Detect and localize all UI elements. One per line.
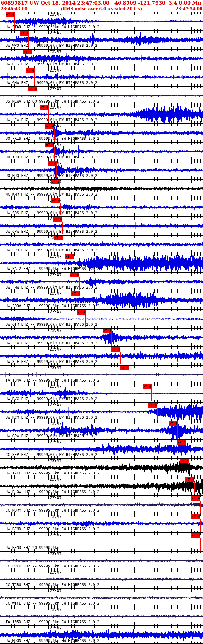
event-header: 60895817 UW Oct 18, 2014 23:47:03.00 46.… xyxy=(0,0,203,12)
station-label: UO FRIS EHZ -- 99999.0km BW HIGHPASS 2.0… xyxy=(6,137,99,141)
pick-flag[interactable]: ×T 4 xyxy=(77,310,86,315)
station-label: CC SEP EHZ -- 99999.0km BW HIGHPASS 2.0 … xyxy=(6,453,97,457)
time-tick-label: 23:47 xyxy=(50,254,62,258)
station-label: TA I04A BHZ -- 99999.0km BW HIGHPASS 2.0… xyxy=(6,378,99,382)
time-tick-label: 23:47 xyxy=(50,273,62,277)
station-label: UO IRO EHZ -- 99999.0km BW HIGHPASS 2.0 … xyxy=(6,155,97,159)
pick-flag[interactable]: ×T 4 xyxy=(103,329,112,333)
trace-row-bend: 23:47UW BEND EHZ -- 99999.0km BW HIGHPAS… xyxy=(0,514,203,532)
time-window-bar: 23:46:43.00 (RMS noise over 6.0 s scaled… xyxy=(0,6,203,11)
pick-flag[interactable]: ×T 4 xyxy=(26,68,35,73)
pick-time-line xyxy=(151,389,152,401)
trace-row-cpw: 23:47UW CPW EHZ -- 99999.0km BW HIGHPASS… xyxy=(0,216,203,235)
pick-time-line xyxy=(157,408,158,420)
station-label: UW WPO EHZ -- 99999.0km BW HIGHPASS 2.0 … xyxy=(6,44,97,48)
pick-flag[interactable]: ×T 4 xyxy=(180,459,189,463)
pick-time-line xyxy=(14,17,15,29)
pick-flag[interactable]: ×T 4 xyxy=(23,50,32,54)
trace-list: 23:47UW STAR EHZ -- 99999.0km BW HIGHPAS… xyxy=(0,12,203,644)
trace-row-i05d: 23:47TA I05D BHZ -- 99999.0km BW HIGHPAS… xyxy=(0,607,203,625)
pick-time-line xyxy=(62,222,63,234)
time-tick-label: 23:47 xyxy=(50,552,62,556)
trace-row-fris: 23:47UO FRIS EHZ -- 99999.0km BW HIGHPAS… xyxy=(0,123,203,142)
time-tick-label: 23:47 xyxy=(50,607,62,612)
station-label: CC PRLK BHZ -- 99999.0km BW HIGHPASS 2.0… xyxy=(6,564,99,568)
pick-flag[interactable]: ×T 4 xyxy=(65,254,74,259)
trace-row-fmw: 23:47UW FMW EHZ -- 99999.0km BW HIGHPASS… xyxy=(0,272,203,291)
time-tick-label: 23:47 xyxy=(50,329,62,333)
pick-flag[interactable]: ×T 4 xyxy=(148,403,157,408)
trace-row-prlk: 23:47CC PRLK BHZ -- 99999.0km BW HIGHPAS… xyxy=(0,551,203,570)
pick-flag[interactable]: ×T 4 xyxy=(71,291,80,296)
trace-row-iro: 23:47UO IRO EHZ -- 99999.0km BW HIGHPASS… xyxy=(0,142,203,161)
pick-time-line xyxy=(186,445,186,457)
pick-flag[interactable]: ×T 4 xyxy=(45,124,54,129)
pick-time-line xyxy=(37,91,37,104)
pick-flag[interactable]: ×T 4 xyxy=(45,143,54,147)
time-tick-label: 23:47 xyxy=(50,291,62,296)
pick-time-line xyxy=(74,259,74,271)
pick-flag[interactable]: ×T 4 xyxy=(191,514,200,519)
pick-flag[interactable]: ×T 4 xyxy=(40,105,49,110)
time-tick-label: 23:47 xyxy=(50,496,62,500)
trace-row-huq: 23:47UO HUQ EHZ -- 99999.0km BW HIGHPASS… xyxy=(0,161,203,179)
station-label: UW GHW EHZ -- 99999.0km BW HIGHPASS 2.0 … xyxy=(6,81,97,85)
pick-flag[interactable]: ×T 4 xyxy=(53,217,62,222)
station-label: UW STAR EHZ -- 99999.0km BW HIGHPASS 2.0… xyxy=(6,25,99,29)
station-label: CC WIFE BHZ -- 99999.0km BW HIGHPASS 2.0… xyxy=(6,602,99,606)
pick-time-line xyxy=(63,240,63,253)
pick-flag[interactable]: ×T 4 xyxy=(28,87,37,91)
window-end-time: 23:47:54.00 xyxy=(176,6,203,11)
pick-time-line xyxy=(59,184,60,197)
trace-row-ghw: 23:47UW GHW EHZ -- 99999.0km BW HIGHPASS… xyxy=(0,68,203,86)
station-label: UW JORV EHZ -- 99999.0km BW HIGHPASS 2.0… xyxy=(6,304,99,308)
pick-flag[interactable]: ×T 4 xyxy=(51,180,60,184)
pick-flag[interactable]: ×T 4 xyxy=(20,31,29,36)
pick-flag[interactable]: ×T 4 xyxy=(111,347,120,352)
time-tick-label: 23:47 xyxy=(50,533,62,537)
pick-flag[interactable]: ×T 4 xyxy=(54,236,63,240)
pick-flag[interactable]: ×T 4 xyxy=(6,12,15,17)
time-tick-label: 23:47 xyxy=(50,31,62,35)
station-label: UW QTR EHZ -- 99999.0km BW HIGHPASS 2.0 … xyxy=(6,323,97,327)
pick-time-line xyxy=(32,54,32,67)
pick-time-line xyxy=(200,501,201,513)
pick-flag[interactable]: ×T 4 xyxy=(185,477,194,482)
time-tick-label: 23:47 xyxy=(50,68,62,73)
station-label: UW FMW EHZ -- 99999.0km BW HIGHPASS 2.0 … xyxy=(6,285,97,289)
trace-row-moon: 23:47UW MOON EHZ -- 99999.0km BW HIGHPAS… xyxy=(0,625,203,644)
time-tick-label: 23:47 xyxy=(50,403,62,407)
pick-time-line xyxy=(48,110,49,122)
time-tick-label: 23:47 xyxy=(50,626,62,630)
pick-flag[interactable]: ×T 4 xyxy=(120,366,129,370)
pick-time-line xyxy=(54,129,55,141)
pick-flag[interactable]: ×T 4 xyxy=(169,421,178,426)
station-label: UW RVC EHZ -- 99999.0km BW HIGHPASS 2.0 … xyxy=(6,397,97,401)
trace-row-bend-20: 23:47UW BEND EHZ 20 99999.0km×T 4 xyxy=(0,532,203,551)
pick-flag[interactable]: ×T 4 xyxy=(70,273,79,277)
time-tick-label: 23:47 xyxy=(50,440,62,444)
time-tick-label: 23:47 xyxy=(50,50,62,54)
station-label: CC NORM BHZ -- 99999.0km BW HIGHPASS 2.0… xyxy=(6,509,99,513)
pick-flag[interactable]: ×T 4 xyxy=(177,440,186,445)
station-label: UW CPW EHZ -- 99999.0km BW HIGHPASS 2.0 … xyxy=(6,230,97,234)
time-tick-label: 23:47 xyxy=(50,477,62,482)
trace-row-nlwa: 23:47US NLWA BHZ 00 99999.0km BW HIGHPAS… xyxy=(0,86,203,105)
pick-flag[interactable]: ×T 4 xyxy=(191,496,200,501)
trace-row-lcw: 23:47UW LCW EHZ -- 99999.0km BW HIGHPASS… xyxy=(0,105,203,123)
station-label: UW RCM EHZ -- 99999.0km BW HIGHPASS 2.0 … xyxy=(6,416,97,420)
time-tick-label: 23:47 xyxy=(50,105,62,110)
pick-time-line xyxy=(200,519,201,532)
rms-scale-note: (RMS noise over 6.0 s scaled 20.0 x) xyxy=(61,6,142,11)
station-label: UW SLF EHZ -- 99999.0km BW HIGHPASS 2.0 … xyxy=(6,360,97,364)
event-title: 60895817 UW Oct 18, 2014 23:47:03.00 46.… xyxy=(0,0,203,6)
pick-flag[interactable]: ×T 4 xyxy=(143,384,152,389)
pick-flag[interactable]: ×T 4 xyxy=(51,198,60,203)
trace-row-jcw: 23:47UW JCW EHZ -- 99999.0km BW HIGHPASS… xyxy=(0,328,203,346)
station-label: UW JCW EHZ -- 99999.0km BW HIGHPASS 2.0 … xyxy=(6,341,97,345)
station-label: UW EPH EHZ -- 99999.0km BW HIGHPASS 2.0 … xyxy=(6,248,97,252)
pick-time-line xyxy=(79,277,80,290)
pick-flag[interactable]: ×T 4 xyxy=(191,533,200,538)
pick-flag[interactable]: ×T 4 xyxy=(48,161,57,166)
trace-row-gpw: 23:47UW GPW EHZ -- 99999.0km BW HIGHPASS… xyxy=(0,421,203,439)
